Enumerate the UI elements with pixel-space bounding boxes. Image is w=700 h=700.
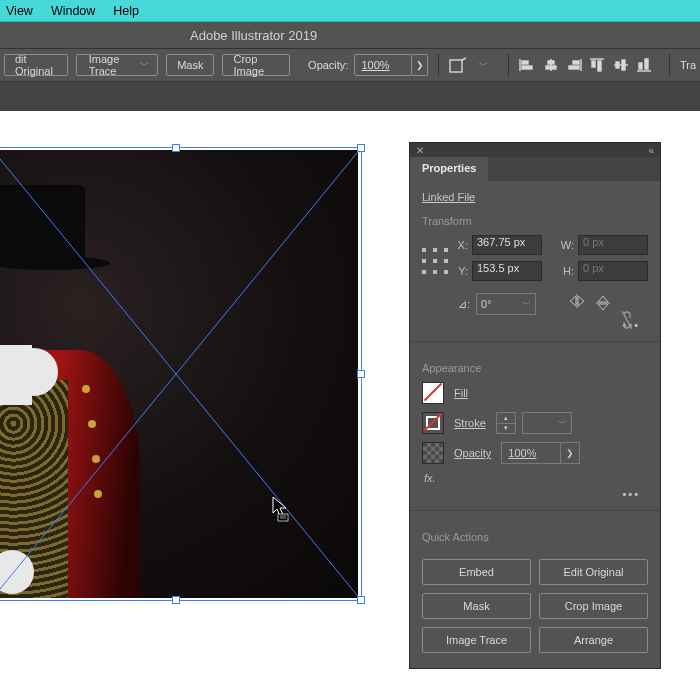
crop-image-button[interactable]: Crop Image: [222, 54, 290, 76]
align-right-icon[interactable]: [565, 54, 582, 76]
handle-top-middle[interactable]: [172, 144, 180, 152]
svg-rect-18: [645, 59, 648, 69]
stroke-label[interactable]: Stroke: [454, 417, 486, 429]
svg-rect-3: [522, 66, 532, 69]
align-center-h-icon[interactable]: [542, 54, 559, 76]
align-bottom-icon[interactable]: [636, 54, 653, 76]
y-label: Y:: [450, 265, 468, 277]
opacity-dropdown[interactable]: ❯: [412, 54, 427, 76]
svg-rect-0: [450, 60, 462, 72]
opacity-value[interactable]: 100%: [354, 54, 412, 76]
fill-label[interactable]: Fill: [454, 387, 468, 399]
opacity-label[interactable]: Opacity: [454, 447, 491, 459]
flip-vertical-icon[interactable]: [596, 294, 610, 314]
w-input[interactable]: 0 px: [578, 235, 648, 255]
opacity-dropdown[interactable]: ❯: [561, 442, 580, 464]
appearance-heading: Appearance: [422, 362, 648, 374]
mask-button[interactable]: Mask: [166, 54, 214, 76]
image-trace-label: Image Trace: [89, 53, 134, 77]
constrain-proportions-icon[interactable]: [620, 309, 634, 333]
selection-diagonals: [0, 148, 361, 600]
align-center-v-icon[interactable]: [612, 54, 629, 76]
more-options-icon[interactable]: •••: [422, 319, 640, 331]
angle-label: ⊿:: [458, 298, 470, 311]
selection-bounding-box[interactable]: [0, 147, 362, 601]
quick-actions-section: Quick Actions: [410, 517, 660, 543]
stroke-swatch[interactable]: [422, 412, 444, 434]
svg-rect-21: [278, 514, 288, 521]
h-input[interactable]: 0 px: [578, 261, 648, 281]
svg-rect-11: [592, 61, 595, 67]
handle-bottom-middle[interactable]: [172, 596, 180, 604]
flip-horizontal-icon[interactable]: [568, 294, 586, 314]
properties-panel: ✕ « Properties Linked File Transform X: …: [409, 142, 661, 669]
arrange-button[interactable]: Arrange: [539, 627, 648, 653]
separator: [438, 54, 439, 76]
divider: [410, 341, 660, 342]
crop-image-button[interactable]: Crop Image: [539, 593, 648, 619]
menu-view[interactable]: View: [6, 4, 33, 18]
transform-label-cut: Tra: [680, 59, 696, 71]
opacity-label: Opacity:: [308, 59, 348, 71]
app-title: Adobe Illustrator 2019: [190, 28, 317, 43]
opacity-swatch[interactable]: [422, 442, 444, 464]
align-left-icon[interactable]: [518, 54, 535, 76]
h-label: H:: [556, 265, 574, 277]
chevron-down-icon[interactable]: ﹀: [479, 59, 488, 72]
collapse-icon[interactable]: «: [648, 145, 654, 156]
x-input[interactable]: 367.75 px: [472, 235, 542, 255]
image-trace-button[interactable]: Image Trace ﹀: [76, 54, 158, 76]
angle-input[interactable]: 0° ﹀: [476, 293, 536, 315]
tab-properties[interactable]: Properties: [410, 157, 488, 181]
chevron-down-icon[interactable]: ﹀: [140, 59, 149, 72]
separator: [669, 54, 670, 76]
y-input[interactable]: 153.5 px: [472, 261, 542, 281]
transform-heading: Transform: [422, 215, 648, 227]
cursor-icon: [272, 496, 292, 526]
svg-rect-12: [598, 61, 601, 71]
chevron-down-icon[interactable]: ﹀: [522, 298, 531, 311]
control-bar: dit Original Image Trace ﹀ Mask Crop Ima…: [0, 48, 700, 82]
stroke-profile-dropdown[interactable]: ﹀: [522, 412, 572, 434]
svg-rect-5: [548, 61, 554, 64]
svg-line-20: [0, 148, 361, 600]
edit-original-button[interactable]: dit Original: [4, 54, 68, 76]
menu-help[interactable]: Help: [113, 4, 139, 18]
svg-rect-15: [622, 60, 625, 70]
opacity-value-input[interactable]: 100%: [501, 442, 561, 464]
app-titlebar: Adobe Illustrator 2019: [0, 22, 700, 48]
svg-rect-6: [546, 66, 556, 69]
divider: [410, 510, 660, 511]
more-options-icon[interactable]: •••: [422, 488, 640, 500]
svg-rect-2: [522, 61, 528, 64]
appearance-section: Appearance Fill Stroke ▴▾ ﹀ Opacity 100%…: [410, 348, 660, 504]
quick-actions-heading: Quick Actions: [422, 531, 648, 543]
angle-value: 0°: [481, 298, 492, 310]
panel-section-top: Linked File Transform X: 367.75 px W: 0 …: [410, 181, 660, 335]
panel-tabbar: Properties: [410, 157, 660, 181]
document-setup-icon[interactable]: [449, 54, 467, 76]
align-top-icon[interactable]: [589, 54, 606, 76]
svg-rect-17: [639, 63, 642, 69]
linked-file-link[interactable]: Linked File: [422, 191, 648, 203]
edit-original-button[interactable]: Edit Original: [539, 559, 648, 585]
embed-button[interactable]: Embed: [422, 559, 531, 585]
handle-bottom-right[interactable]: [357, 596, 365, 604]
stroke-weight-stepper[interactable]: ▴▾: [496, 412, 516, 434]
svg-rect-14: [616, 62, 619, 68]
mask-button[interactable]: Mask: [422, 593, 531, 619]
separator: [508, 54, 509, 76]
panel-titlebar[interactable]: ✕ «: [410, 143, 660, 157]
fill-swatch[interactable]: [422, 382, 444, 404]
menu-window[interactable]: Window: [51, 4, 95, 18]
handle-middle-right[interactable]: [357, 370, 365, 378]
svg-line-19: [0, 148, 361, 600]
svg-rect-8: [573, 61, 579, 64]
x-label: X:: [450, 239, 468, 251]
close-icon[interactable]: ✕: [416, 145, 424, 156]
os-menubar: View Window Help: [0, 0, 700, 22]
handle-top-right[interactable]: [357, 144, 365, 152]
reference-point-grid[interactable]: [422, 248, 440, 274]
image-trace-button[interactable]: Image Trace: [422, 627, 531, 653]
fx-button[interactable]: fx.: [424, 472, 648, 484]
